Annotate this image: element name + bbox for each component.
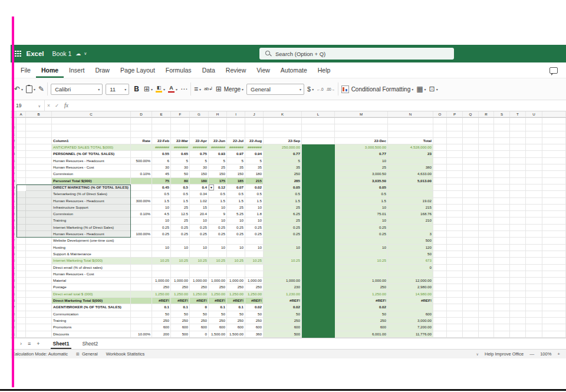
cell-C20[interactable]: Telemarketing (% of Direct Sales)	[52, 191, 131, 197]
cell-X11[interactable]	[542, 131, 566, 138]
cell-L26[interactable]	[302, 231, 335, 238]
cell-X16[interactable]	[542, 164, 566, 171]
cell-Q32[interactable]	[463, 271, 479, 278]
cell-U30[interactable]	[526, 258, 542, 264]
cell-D29[interactable]	[131, 251, 152, 258]
cell-O34[interactable]	[433, 284, 447, 291]
cell-T41[interactable]	[510, 331, 526, 338]
cell-X9[interactable]	[542, 118, 566, 124]
cell-L33[interactable]	[302, 278, 335, 284]
cell-Q39[interactable]	[463, 318, 479, 324]
cell-U19[interactable]	[526, 185, 542, 191]
cell-G39[interactable]: 250	[190, 318, 209, 324]
cell-T34[interactable]	[510, 284, 526, 291]
column-header-N[interactable]: N	[388, 111, 433, 117]
cell-K21[interactable]: 1.5	[264, 198, 302, 205]
cell-G26[interactable]: 0.25	[190, 231, 209, 238]
cell-S13[interactable]	[494, 144, 510, 151]
cell-A28[interactable]	[17, 245, 26, 251]
cell-C22[interactable]: Infrastructure Support	[52, 205, 131, 211]
cell-K35[interactable]: 1,230.00	[264, 291, 302, 298]
cell-P36[interactable]	[447, 298, 463, 304]
cell-S30[interactable]	[494, 258, 510, 264]
cell-R13[interactable]	[479, 144, 494, 151]
cell-S33[interactable]	[494, 278, 510, 284]
cell-K17[interactable]: 250	[264, 171, 302, 177]
cell-O33[interactable]	[433, 278, 447, 284]
cell-A24[interactable]	[17, 218, 26, 224]
cell-O22[interactable]	[433, 205, 447, 211]
cell-F32[interactable]	[171, 271, 190, 278]
cell-N14[interactable]: 23	[388, 151, 433, 157]
cell-M40[interactable]: 600	[335, 324, 388, 331]
cell-O14[interactable]	[433, 151, 447, 157]
cell-Q18[interactable]	[463, 178, 479, 185]
sheet-nav-icon[interactable]: ›	[20, 341, 22, 347]
menu-insert[interactable]: Insert	[64, 62, 90, 78]
cell-J16[interactable]: 35	[245, 164, 264, 171]
cell-I24[interactable]: 10	[227, 218, 245, 224]
cell-G31[interactable]	[190, 265, 209, 271]
cell-J30[interactable]: 10.25	[245, 258, 264, 264]
cell-C17[interactable]: Commission	[52, 171, 131, 177]
column-header-I[interactable]: I	[227, 111, 245, 117]
cell-Q41[interactable]	[463, 331, 479, 338]
cell-R23[interactable]	[479, 211, 494, 218]
cell-Q25[interactable]	[463, 225, 479, 231]
data-validation-dropdown-icon[interactable]: ▾	[209, 185, 214, 190]
cell-O23[interactable]	[433, 211, 447, 218]
cell-N39[interactable]: 3,000.00	[388, 318, 433, 324]
cell-A13[interactable]	[17, 144, 26, 151]
cell-E18[interactable]: 75	[152, 178, 171, 185]
cell-D10[interactable]	[131, 124, 152, 131]
cell-M17[interactable]: 3,000.50	[335, 171, 388, 177]
cell-C13[interactable]: ANTICIPATED SALES TOTAL $(000)	[52, 144, 131, 151]
cell-G15[interactable]: 5	[190, 158, 209, 164]
cell-L10[interactable]	[302, 124, 335, 131]
font-name-select[interactable]: Calibri▾	[51, 84, 103, 95]
cell-U37[interactable]	[526, 304, 542, 311]
cell-R28[interactable]	[479, 245, 494, 251]
menu-draw[interactable]: Draw	[90, 62, 115, 78]
cell-M32[interactable]	[335, 271, 388, 278]
cell-Q13[interactable]	[463, 144, 479, 151]
cell-T33[interactable]	[510, 278, 526, 284]
cell-U18[interactable]	[526, 178, 542, 185]
cell-Q10[interactable]	[463, 124, 479, 131]
cell-S28[interactable]	[494, 245, 510, 251]
cell-C29[interactable]: Support & Maintenance	[52, 251, 131, 258]
cell-S40[interactable]	[494, 324, 510, 331]
cell-K30[interactable]: 10.25	[264, 258, 302, 264]
cell-A40[interactable]	[17, 324, 26, 331]
cell-C12[interactable]: Column1	[52, 138, 131, 144]
cell-T26[interactable]	[510, 231, 526, 238]
cell-L27[interactable]	[302, 238, 335, 244]
cell-X35[interactable]	[542, 291, 566, 298]
cell-M35[interactable]: 1,250.00	[335, 291, 388, 298]
cell-F41[interactable]: 500	[171, 331, 190, 338]
cell-F10[interactable]	[171, 124, 190, 131]
cell-U12[interactable]	[526, 138, 542, 144]
cell-T12[interactable]	[510, 138, 526, 144]
cell-S41[interactable]	[494, 331, 510, 338]
cell-J17[interactable]: 180	[245, 171, 264, 177]
menu-file[interactable]: File	[15, 62, 36, 78]
cell-J38[interactable]: 50	[245, 311, 264, 318]
cell-E23[interactable]: 4.5	[152, 211, 171, 218]
cell-N30[interactable]: 673	[388, 258, 433, 264]
cell-I36[interactable]: #REF!	[227, 298, 245, 304]
cell-J35[interactable]: 1,250.00	[245, 291, 264, 298]
cell-A10[interactable]	[17, 124, 26, 131]
cell-K33[interactable]: 1,000.00	[264, 278, 302, 284]
cell-F39[interactable]: 250	[171, 318, 190, 324]
cell-F40[interactable]: 600	[171, 324, 190, 331]
cell-A19[interactable]	[17, 185, 26, 191]
cell-L13[interactable]	[302, 144, 335, 151]
number-format-select[interactable]: General▾	[246, 84, 304, 95]
status-general[interactable]: General	[82, 351, 98, 357]
cell-O39[interactable]	[433, 318, 447, 324]
zoom-out-button[interactable]: —	[529, 351, 534, 357]
cell-M25[interactable]: 0.25	[335, 225, 388, 231]
cell-D36[interactable]	[131, 298, 152, 304]
cell-K9[interactable]	[264, 118, 302, 124]
